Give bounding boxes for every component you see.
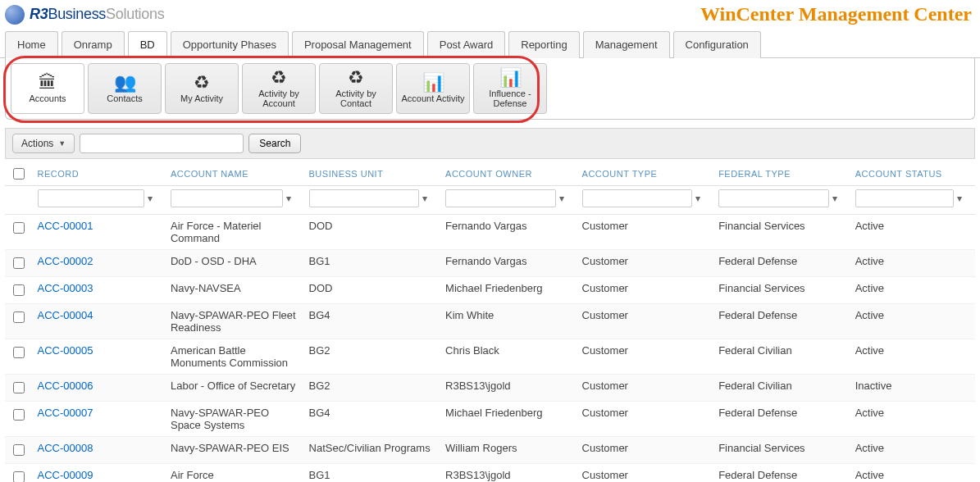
- header-row: RECORD ACCOUNT NAME BUSINESS UNIT ACCOUN…: [5, 159, 975, 186]
- filter-icon[interactable]: ▾: [832, 193, 837, 204]
- filter-icon[interactable]: ▾: [695, 193, 700, 204]
- cell-account-type: Customer: [577, 250, 714, 277]
- row-checkbox[interactable]: [13, 257, 25, 269]
- cell-business-unit: NatSec/Civilian Programs: [304, 437, 441, 464]
- tab-onramp[interactable]: Onramp: [62, 31, 125, 58]
- tab-home[interactable]: Home: [5, 31, 58, 58]
- filter-account-name-input[interactable]: [171, 189, 283, 207]
- col-account-name[interactable]: ACCOUNT NAME: [166, 159, 304, 186]
- tab-configuration[interactable]: Configuration: [673, 31, 761, 58]
- row-checkbox[interactable]: [13, 444, 25, 456]
- cell-federal-type: Financial Services: [713, 437, 850, 464]
- filter-record-input[interactable]: [38, 189, 144, 207]
- record-link[interactable]: ACC-00009: [38, 469, 93, 481]
- col-record[interactable]: RECORD: [33, 159, 166, 186]
- filter-icon[interactable]: ▾: [957, 193, 962, 204]
- cell-account-owner: Michael Friedenberg: [440, 402, 577, 437]
- tab-opportunity-phases[interactable]: Opportunity Phases: [171, 31, 289, 58]
- ribbon-contacts[interactable]: 👥Contacts: [88, 63, 162, 114]
- row-checkbox[interactable]: [13, 284, 25, 296]
- filter-account-status-input[interactable]: [855, 189, 954, 207]
- col-account-type[interactable]: ACCOUNT TYPE: [577, 159, 714, 186]
- app-title: WinCenter Management Center: [700, 3, 972, 25]
- tab-proposal-management[interactable]: Proposal Management: [292, 31, 424, 58]
- search-input[interactable]: [80, 134, 244, 153]
- cell-account-owner: Michael Friedenberg: [440, 277, 577, 304]
- cell-account-status: Active: [850, 304, 975, 339]
- filter-account-type-input[interactable]: [582, 189, 693, 207]
- table-row: ACC-00006Labor - Office of SecretaryBG2R…: [5, 375, 975, 402]
- cell-account-name: Labor - Office of Secretary: [166, 375, 304, 402]
- logo-area: R3BusinessSolutions: [5, 5, 164, 25]
- ribbon-label: Accounts: [29, 93, 66, 103]
- col-account-status[interactable]: ACCOUNT STATUS: [850, 159, 975, 186]
- filter-icon[interactable]: ▾: [422, 193, 427, 204]
- select-all-checkbox[interactable]: [13, 168, 25, 180]
- accounts-table: RECORD ACCOUNT NAME BUSINESS UNIT ACCOUN…: [5, 159, 975, 482]
- globe-icon: [5, 5, 25, 25]
- record-link[interactable]: ACC-00005: [38, 344, 93, 357]
- ribbon-accounts[interactable]: 🏛Accounts: [11, 63, 84, 114]
- ribbon-activity-by-contact[interactable]: ♻Activity by Contact: [319, 63, 393, 114]
- tab-management[interactable]: Management: [583, 31, 670, 58]
- chevron-down-icon: ▼: [58, 139, 66, 148]
- row-checkbox[interactable]: [13, 409, 25, 421]
- influence-defense-icon: 📊: [499, 69, 522, 87]
- row-checkbox[interactable]: [13, 311, 25, 323]
- cell-account-name: Navy-SPAWAR-PEO EIS: [166, 437, 304, 464]
- tab-bd[interactable]: BD: [128, 31, 167, 58]
- row-checkbox[interactable]: [13, 347, 25, 358]
- row-checkbox[interactable]: [13, 471, 25, 482]
- ribbon-container: 🏛Accounts👥Contacts♻My Activity♻Activity …: [5, 58, 975, 120]
- ribbon-label: Activity by Contact: [321, 89, 390, 108]
- cell-account-type: Customer: [577, 304, 714, 339]
- col-business-unit[interactable]: BUSINESS UNIT: [304, 159, 441, 186]
- record-link[interactable]: ACC-00008: [38, 442, 93, 454]
- row-checkbox[interactable]: [13, 382, 25, 393]
- search-button[interactable]: Search: [248, 134, 301, 153]
- cell-account-owner: Fernando Vargas: [440, 215, 577, 250]
- cell-account-status: Active: [850, 250, 975, 277]
- table-body: ACC-00001Air Force - Materiel CommandDOD…: [5, 215, 975, 483]
- tab-post-award[interactable]: Post Award: [427, 31, 506, 58]
- record-link[interactable]: ACC-00002: [38, 255, 93, 267]
- activity-by-account-icon: ♻: [271, 69, 287, 87]
- filter-icon[interactable]: ▾: [286, 193, 291, 204]
- filter-icon[interactable]: ▾: [148, 193, 153, 204]
- cell-account-type: Customer: [577, 375, 714, 402]
- record-link[interactable]: ACC-00004: [38, 309, 93, 321]
- cell-account-owner: R3BS13\jgold: [440, 464, 577, 483]
- col-federal-type[interactable]: FEDERAL TYPE: [713, 159, 850, 186]
- cell-business-unit: DOD: [304, 215, 441, 250]
- ribbon-account-activity[interactable]: 📊Account Activity: [396, 63, 470, 114]
- ribbon-activity-by-account[interactable]: ♻Activity by Account: [242, 63, 316, 114]
- row-checkbox[interactable]: [13, 222, 25, 234]
- accounts-icon: 🏛: [39, 74, 57, 92]
- record-link[interactable]: ACC-00006: [38, 380, 93, 392]
- ribbon-influence-defense[interactable]: 📊Influence - Defense: [473, 63, 547, 114]
- col-account-owner[interactable]: ACCOUNT OWNER: [440, 159, 577, 186]
- record-link[interactable]: ACC-00001: [38, 220, 93, 232]
- cell-account-name: American Battle Monuments Commission: [166, 339, 304, 375]
- cell-account-owner: R3BS13\jgold: [440, 375, 577, 402]
- actions-button[interactable]: Actions ▼: [12, 134, 75, 153]
- cell-account-name: DoD - OSD - DHA: [166, 250, 304, 277]
- filter-business-unit-input[interactable]: [309, 189, 420, 207]
- ribbon-my-activity[interactable]: ♻My Activity: [165, 63, 239, 114]
- cell-business-unit: BG1: [304, 250, 441, 277]
- cell-account-type: Customer: [577, 402, 714, 437]
- cell-federal-type: Federal Defense: [713, 304, 850, 339]
- cell-account-status: Active: [850, 402, 975, 437]
- filter-federal-type-input[interactable]: [718, 189, 829, 207]
- tab-reporting[interactable]: Reporting: [508, 31, 579, 58]
- cell-federal-type: Federal Civilian: [713, 375, 850, 402]
- record-link[interactable]: ACC-00007: [38, 407, 93, 419]
- filter-icon[interactable]: ▾: [559, 193, 564, 204]
- cell-business-unit: DOD: [304, 277, 441, 304]
- cell-federal-type: Financial Services: [713, 215, 850, 250]
- cell-federal-type: Federal Defense: [713, 402, 850, 437]
- filter-account-owner-input[interactable]: [445, 189, 556, 207]
- actions-label: Actions: [21, 138, 53, 149]
- record-link[interactable]: ACC-00003: [38, 282, 93, 294]
- ribbon-label: My Activity: [180, 93, 223, 103]
